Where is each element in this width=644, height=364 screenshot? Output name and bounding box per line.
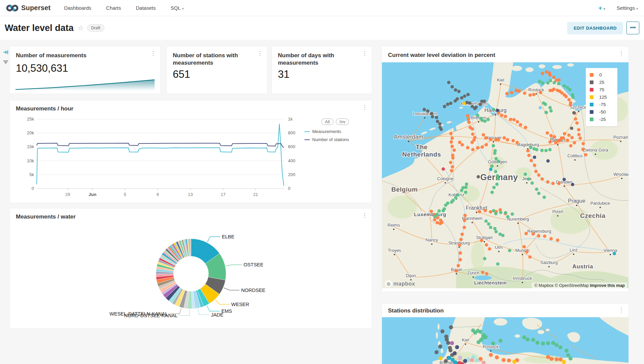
station-dot[interactable] [489,210,492,214]
station-dot[interactable] [453,351,457,355]
station-dot[interactable] [569,357,573,361]
station-dot[interactable] [444,204,447,207]
station-dot[interactable] [494,157,498,161]
station-dot[interactable] [575,122,579,125]
station-dot[interactable] [479,357,483,361]
map-legend-item[interactable]: 0 [590,72,613,77]
card-menu-kebab-icon[interactable]: ⋮ [362,104,367,110]
station-dot[interactable] [496,109,499,112]
station-dot[interactable] [506,215,510,219]
station-dot[interactable] [485,143,488,146]
station-dot[interactable] [545,111,548,114]
station-dot[interactable] [546,131,549,135]
station-dot[interactable] [456,193,459,197]
station-dot[interactable] [546,180,549,184]
station-dot[interactable] [461,186,465,190]
station-dot[interactable] [530,181,534,185]
station-dot[interactable] [568,88,572,92]
station-dot[interactable] [459,252,462,255]
station-dot[interactable] [481,145,484,149]
station-dot[interactable] [463,226,466,229]
station-dot[interactable] [558,358,562,362]
station-dot[interactable] [438,209,441,213]
station-dot[interactable] [480,239,483,242]
nav-item-charts[interactable]: Charts [106,5,121,11]
station-dot[interactable] [546,81,550,85]
legend-inv-button[interactable]: Inv [336,119,349,125]
station-dot[interactable] [502,358,506,362]
station-dot[interactable] [438,344,442,349]
station-dot[interactable] [482,133,485,137]
station-dot[interactable] [455,269,458,273]
nav-item-sql[interactable]: SQL▾ [170,5,184,11]
station-dot[interactable] [562,360,566,364]
station-dot[interactable] [465,183,468,186]
station-dot[interactable] [459,238,463,241]
station-dot[interactable] [500,114,503,117]
station-dot[interactable] [450,169,453,172]
add-new-button[interactable]: +▾ [599,4,605,12]
station-dot[interactable] [522,335,526,339]
station-dot[interactable] [569,103,572,107]
station-dot[interactable] [549,357,553,361]
station-dot[interactable] [444,359,448,363]
station-dot[interactable] [488,247,491,251]
map-legend-item[interactable]: -50 [590,109,613,114]
station-dot[interactable] [439,222,442,225]
station-dot[interactable] [548,106,552,109]
station-dot[interactable] [571,96,575,99]
station-dot[interactable] [510,91,513,95]
station-dot[interactable] [519,123,522,127]
station-dot[interactable] [454,89,457,92]
expand-filter-bar-icon[interactable] [3,49,9,55]
station-dot[interactable] [429,210,433,213]
station-dot[interactable] [442,167,445,171]
station-dot[interactable] [466,146,470,150]
station-dot[interactable] [527,154,530,157]
station-dot[interactable] [468,121,471,124]
station-dot[interactable] [450,341,454,345]
station-dot[interactable] [458,243,461,247]
station-dot[interactable] [483,120,487,123]
map-legend-item[interactable]: 25 [590,80,613,85]
station-dot[interactable] [544,149,548,152]
station-dot[interactable] [435,116,438,119]
station-dot[interactable] [470,358,474,362]
station-dot[interactable] [554,343,558,347]
mapbox-logo[interactable]: ◎ mapbox [385,280,415,287]
station-dot[interactable] [436,120,439,123]
station-dot[interactable] [523,92,526,95]
station-dot[interactable] [461,143,464,146]
station-dot[interactable] [515,89,518,92]
nav-item-datasets[interactable]: Datasets [136,5,156,11]
station-dot[interactable] [497,138,500,141]
station-dot[interactable] [546,159,550,163]
station-dot[interactable] [549,109,553,113]
station-dot[interactable] [541,177,544,181]
station-dot[interactable] [507,359,511,363]
edit-dashboard-button[interactable]: EDIT DASHBOARD [567,22,623,34]
station-dot[interactable] [434,350,439,354]
station-dot[interactable] [462,102,466,105]
station-dot[interactable] [582,142,585,145]
station-dot[interactable] [557,182,560,185]
station-dot[interactable] [526,149,529,153]
station-dot[interactable] [566,353,570,357]
station-dot[interactable] [574,118,577,121]
map-viewport[interactable]: TheNetherlandsBelgiumLuxembourgGermanyCz… [382,62,629,290]
station-dot[interactable] [533,156,536,159]
station-dot[interactable] [423,108,426,111]
station-dot[interactable] [517,90,521,93]
station-dot[interactable] [431,115,434,119]
station-dot[interactable] [496,174,499,178]
station-dot[interactable] [525,251,528,254]
station-dot[interactable] [485,243,488,247]
station-dot[interactable] [556,239,559,242]
station-dot[interactable] [577,128,580,132]
station-dot[interactable] [471,148,475,152]
station-dot[interactable] [477,175,480,178]
station-dot[interactable] [483,100,486,103]
station-dot[interactable] [504,115,507,118]
station-dot[interactable] [549,79,552,82]
station-dot[interactable] [442,209,445,212]
